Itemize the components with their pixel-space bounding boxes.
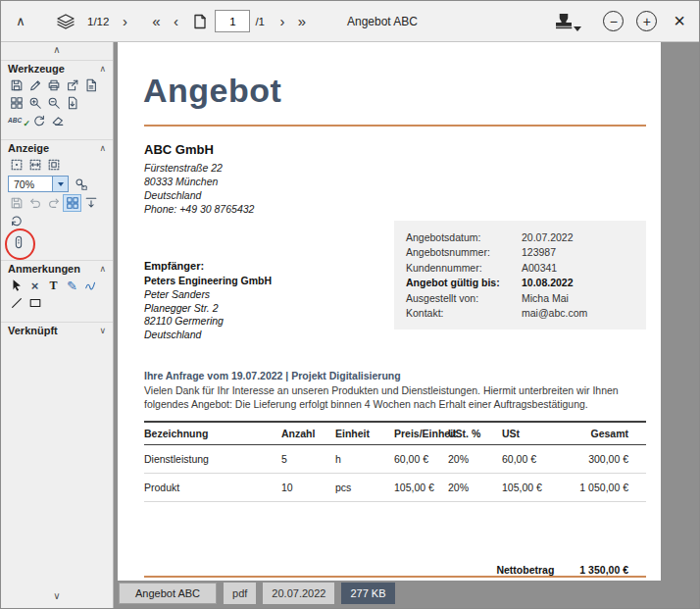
sidebar-scroll-up-icon[interactable]: ∧ (1, 42, 113, 58)
file-info-bar: Angebot ABC pdf 20.07.2022 277 KB (119, 583, 395, 604)
zoom-select[interactable]: 70% (8, 176, 69, 192)
section-header-werkzeuge[interactable]: Werkzeuge ∧ (1, 60, 113, 76)
sender-line: Deutschland (144, 188, 254, 202)
heading-divider (144, 125, 646, 127)
pan-tool-icon[interactable] (64, 195, 80, 211)
pen-tool-icon[interactable]: ✎ (64, 279, 80, 293)
fit-height-icon[interactable] (82, 195, 99, 211)
zoom-in-tool-icon[interactable] (26, 95, 43, 111)
sidebar-scroll-down-icon[interactable]: ∨ (1, 588, 113, 604)
net-total-value: 1 350,00 € (579, 564, 628, 576)
page-total-label: /1 (255, 16, 265, 27)
net-total-label: Nettobetrag (496, 564, 554, 576)
tiles-icon[interactable] (8, 95, 25, 111)
col-header: USt (502, 428, 556, 439)
items-table: Bezeichnung Anzahl Einheit Preis/Einheit… (144, 421, 646, 502)
next-page-icon[interactable]: › (273, 9, 292, 34)
first-page-icon[interactable]: « (146, 9, 166, 34)
print-icon[interactable] (45, 77, 62, 93)
file-type-badge: pdf (224, 583, 256, 604)
cell: Produkt (144, 482, 281, 493)
document-viewport[interactable]: Angebot ABC GmbH Fürstenstraße 22 80333 … (114, 42, 699, 608)
col-header: Bezeichnung (144, 428, 281, 439)
zoom-in-button[interactable]: + (636, 11, 657, 31)
cell: Dienstleistung (144, 453, 281, 465)
prev-page-icon[interactable]: ‹ (166, 9, 185, 34)
spellcheck-icon[interactable]: ABC✓ (8, 118, 28, 125)
collapse-icon: ∧ (99, 264, 106, 274)
zoom-out-tool-icon[interactable] (45, 95, 62, 111)
section-label-anmerkungen: Anmerkungen (8, 263, 80, 275)
section-header-anmerkungen[interactable]: Anmerkungen ∧ (1, 260, 113, 277)
recipient-name: Peters Engineering GmbH (144, 275, 272, 286)
tool-sidebar: ∧ Werkzeuge ∧ ABC✓ (1, 42, 114, 608)
cell: pcs (335, 482, 394, 493)
sender-line: Fürstenstraße 22 (144, 161, 254, 175)
export-icon[interactable] (64, 77, 80, 93)
actual-size-icon[interactable] (45, 157, 62, 173)
layer-next-icon[interactable]: › (115, 9, 134, 34)
info-row: Angebotsdatum:20.07.2022 (406, 229, 646, 245)
delete-annotation-icon[interactable]: × (26, 279, 43, 293)
download-document-icon[interactable] (64, 95, 80, 111)
stamp-dropdown-caret[interactable] (574, 26, 581, 31)
cell: 60,00 € (502, 453, 556, 465)
recipient-line: Planegger Str. 2 (144, 302, 272, 316)
last-page-icon[interactable]: » (292, 9, 312, 34)
annotation-row-1: × T ✎ (1, 277, 113, 294)
split-view-icon[interactable] (10, 234, 26, 250)
file-name-button[interactable]: Angebot ABC (119, 583, 217, 604)
collapse-toolbar-icon[interactable]: ∧ (11, 9, 30, 34)
fit-width-icon[interactable] (26, 157, 43, 173)
file-size-badge: 277 KB (341, 583, 394, 604)
recipient-address: Peter Sanders Planegger Str. 2 82110 Ger… (144, 288, 272, 341)
zoom-dropdown-arrow-icon[interactable] (52, 177, 68, 191)
annotation-row-2 (1, 294, 113, 312)
section-label-werkzeuge: Werkzeuge (8, 63, 65, 75)
save-view-icon[interactable] (8, 195, 25, 211)
edit-icon[interactable] (26, 77, 43, 93)
cell: 105,00 € (394, 482, 448, 493)
zoom-region-icon[interactable] (73, 177, 89, 192)
page-icon[interactable] (189, 9, 209, 34)
layers-icon[interactable] (56, 9, 75, 34)
highlighted-tool-wrap (10, 234, 29, 250)
pdf-viewer-window: ∧ 1/12 › « ‹ /1 › » Angebot ABC − + × ∧ (0, 0, 700, 609)
sender-line: Phone: +49 30 8765432 (144, 202, 254, 216)
stamp-icon[interactable] (553, 13, 575, 29)
section-header-verknuepft[interactable]: Verknüpft ∨ (1, 322, 113, 338)
cell: h (335, 453, 394, 465)
toolbar-right-group: − + × (553, 10, 689, 32)
info-row: Angebotsnummer:123987 (406, 245, 646, 261)
col-header: USt. % (448, 428, 502, 439)
info-row-valid-until: Angebot gültig bis:10.08.2022 (406, 276, 646, 291)
document-info-icon[interactable] (82, 77, 99, 93)
redo-icon[interactable] (45, 195, 62, 211)
line-tool-icon[interactable] (8, 295, 25, 311)
zoom-out-button[interactable]: − (603, 11, 624, 31)
info-row: Kontakt:mai@abc.com (406, 306, 646, 322)
page-number-input[interactable] (215, 10, 250, 32)
view-tools-row (1, 194, 113, 212)
doc-heading: Angebot (143, 72, 281, 110)
save-icon[interactable] (8, 77, 25, 93)
table-row: Produkt 10 pcs 105,00 € 20% 105,00 € 1 0… (144, 474, 646, 502)
tools-row-1 (1, 76, 113, 94)
recipient-label: Empfänger: (144, 260, 272, 272)
zoom-value: 70% (9, 178, 52, 190)
sender-line: 80333 München (144, 175, 254, 188)
section-header-anzeige[interactable]: Anzeige ∧ (1, 139, 113, 156)
rotate-page-icon[interactable] (8, 213, 25, 228)
layer-page-indicator: 1/12 (87, 16, 109, 27)
eraser-icon[interactable] (49, 113, 66, 128)
rectangle-tool-icon[interactable] (26, 295, 43, 311)
cell: 5 (281, 453, 335, 465)
close-icon[interactable]: × (670, 10, 689, 32)
text-tool-icon[interactable]: T (45, 279, 62, 293)
undo-icon[interactable] (26, 195, 43, 211)
rotate-icon[interactable] (30, 113, 47, 128)
collapse-icon: ∧ (99, 64, 106, 74)
fit-page-icon[interactable] (8, 157, 25, 173)
select-cursor-icon[interactable] (8, 278, 25, 293)
freehand-curve-icon[interactable] (82, 278, 99, 293)
